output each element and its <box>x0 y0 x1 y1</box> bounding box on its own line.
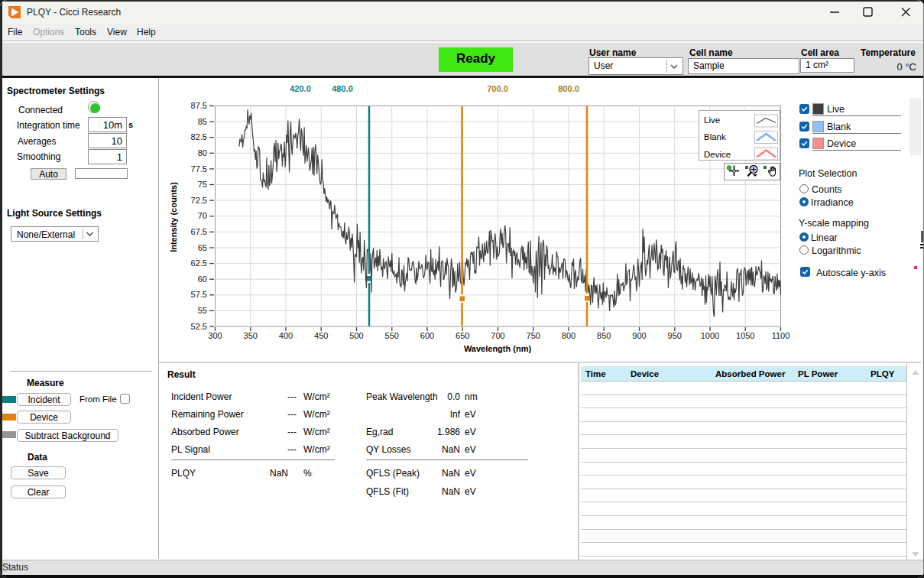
svg-text:1000: 1000 <box>701 331 719 340</box>
svg-text:550: 550 <box>385 331 399 340</box>
svg-text:62.5: 62.5 <box>191 258 207 268</box>
svg-text:800.0: 800.0 <box>558 84 579 93</box>
svg-text:82.5: 82.5 <box>191 132 207 141</box>
svg-text:60: 60 <box>198 274 207 284</box>
svg-text:65: 65 <box>198 243 207 252</box>
svg-text:77.5: 77.5 <box>191 164 207 174</box>
svg-text:350: 350 <box>244 331 258 340</box>
svg-text:1100: 1100 <box>772 331 790 340</box>
svg-text:400: 400 <box>279 331 293 340</box>
svg-text:950: 950 <box>668 331 682 340</box>
svg-text:72.5: 72.5 <box>191 196 207 205</box>
svg-text:750: 750 <box>527 331 540 340</box>
svg-text:1050: 1050 <box>736 331 754 340</box>
svg-text:900: 900 <box>632 331 646 340</box>
svg-text:70: 70 <box>198 211 207 220</box>
svg-text:650: 650 <box>456 331 469 340</box>
svg-text:Wavelength (nm): Wavelength (nm) <box>464 344 532 353</box>
svg-text:55: 55 <box>198 306 207 315</box>
svg-text:420.0: 420.0 <box>290 84 311 93</box>
svg-text:80: 80 <box>198 148 207 157</box>
svg-text:87.5: 87.5 <box>191 101 207 110</box>
svg-text:85: 85 <box>198 117 207 126</box>
svg-text:450: 450 <box>314 331 328 340</box>
svg-text:57.5: 57.5 <box>191 290 207 299</box>
svg-text:850: 850 <box>597 331 611 340</box>
svg-text:700.0: 700.0 <box>487 84 508 93</box>
svg-text:300: 300 <box>208 331 222 340</box>
svg-text:67.5: 67.5 <box>191 227 207 236</box>
svg-text:600: 600 <box>420 331 434 340</box>
svg-text:75: 75 <box>198 180 207 189</box>
svg-text:480.0: 480.0 <box>332 84 353 93</box>
svg-text:800: 800 <box>562 331 575 340</box>
svg-text:500: 500 <box>349 331 363 340</box>
svg-text:Intensity (counts): Intensity (counts) <box>169 182 178 252</box>
svg-text:52.5: 52.5 <box>191 322 207 331</box>
svg-text:700: 700 <box>491 331 504 340</box>
